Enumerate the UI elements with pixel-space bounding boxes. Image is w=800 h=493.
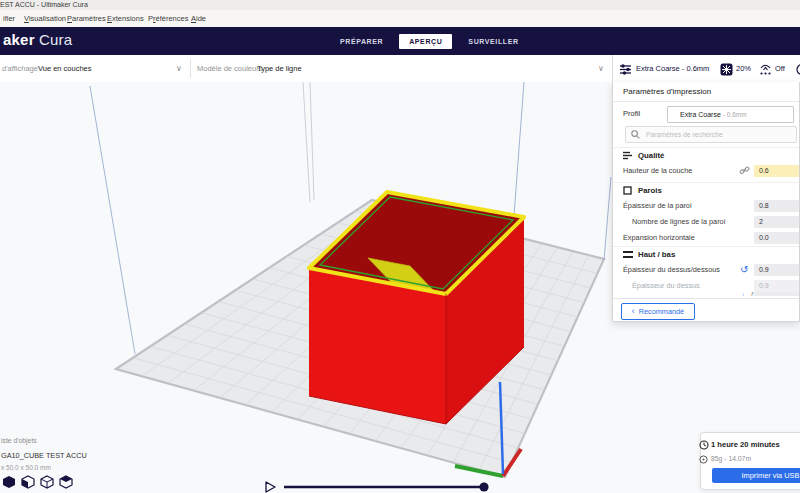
object-list-label[interactable]: iste d'objets (1, 437, 37, 444)
material-spool-icon (699, 455, 708, 465)
menu-bar: ifier Visualisation Paramètres Extension… (0, 10, 800, 28)
section-walls[interactable]: Parois (613, 182, 799, 197)
color-scheme-label: Modèle de couleurs (197, 55, 262, 82)
profile-label: Profil (623, 106, 640, 122)
panel-title: Paramètres d'impression (623, 87, 711, 96)
app-logo: aker Cura (3, 31, 72, 48)
settings-search-input[interactable] (644, 128, 768, 141)
quality-icon (623, 151, 633, 160)
support-icon (759, 55, 772, 83)
display-mode-label: d'affichage (2, 55, 38, 82)
menu-item-extensions[interactable]: Extensions (107, 10, 144, 27)
window-title: EST ACCU - Ultimaker Cura (0, 1, 88, 8)
tab-monitor[interactable]: SURVEILLER (458, 34, 528, 49)
print-via-usb-button[interactable]: Imprimer via USB (712, 468, 800, 483)
play-icon[interactable] (266, 482, 275, 492)
print-setup-summary-bar[interactable]: Extra Coarse - 0.6mm 20% Off (612, 55, 800, 83)
adhesion-icon (795, 55, 800, 83)
divider (613, 298, 799, 299)
view-cube-solid-icon[interactable] (2, 475, 16, 489)
value-wall-line-count[interactable]: 2 (754, 216, 799, 228)
sliders-icon (619, 55, 632, 83)
view-cube-outline-icon[interactable] (40, 475, 54, 489)
profile-dropdown[interactable]: Extra Coarse - 0.6mm (667, 106, 794, 123)
logo-light: Cura (39, 31, 72, 48)
setting-row-wall-line-count: Nombre de lignes de la paroi 2 (613, 215, 799, 229)
menu-item-view[interactable]: Visualisation (24, 10, 66, 27)
back-chevron-icon: ‹ (632, 306, 635, 316)
view-orientation-toolbar (2, 475, 73, 489)
profile-row: Profil Extra Coarse - 0.6mm (613, 106, 799, 122)
toolbar-divider (190, 59, 191, 78)
section-quality[interactable]: Qualité (613, 147, 799, 162)
display-mode-dropdown[interactable]: Vue en couches (38, 55, 92, 82)
menu-item-settings[interactable]: Paramètres (67, 10, 106, 27)
infill-summary: 20% (736, 55, 751, 82)
recommended-mode-button[interactable]: ‹Recommandé (621, 303, 695, 320)
support-summary: Off (775, 55, 785, 82)
down-arrow-icon: ↓ (741, 291, 745, 296)
cura-window: EST ACCU - Ultimaker Cura ifier Visualis… (0, 0, 800, 493)
tab-preview[interactable]: APERÇU (399, 34, 452, 49)
print-job-card: 1 heure 20 minutes 85g - 14.07m Imprimer… (700, 432, 800, 490)
search-icon (631, 130, 640, 139)
chevron-down-icon[interactable]: ∨ (176, 55, 182, 82)
value-horizontal-expansion[interactable]: 0.0 (754, 232, 799, 244)
setting-row-topbottom-thickness: Épaisseur du dessus/dessous ↺ 0.9 (613, 263, 799, 277)
rear-corner-posts (303, 82, 314, 202)
menu-item-preferences[interactable]: Préférences (148, 10, 188, 27)
chevron-down-icon[interactable]: ∨ (598, 55, 604, 82)
window-title-bar: EST ACCU - Ultimaker Cura (0, 0, 800, 10)
print-time: 1 heure 20 minutes (711, 440, 780, 449)
tab-prepare[interactable]: PRÉPARER (330, 34, 393, 49)
formula-icon: f (751, 291, 753, 296)
view-cube-front-icon[interactable] (21, 475, 35, 489)
clipped-value-box (754, 292, 799, 296)
stage-tabs: PRÉPARER APERÇU SURVEILLER (330, 27, 529, 55)
menu-item-edit-partial[interactable]: ifier (3, 10, 15, 27)
value-layer-height[interactable]: 0.6 (754, 165, 799, 177)
main-header: aker Cura PRÉPARER APERÇU SURVEILLER Mar… (0, 27, 800, 55)
material-estimate: 85g - 14.07m (711, 455, 751, 462)
divider (613, 101, 799, 102)
print-settings-panel: Paramètres d'impression Profil Extra Coa… (612, 82, 800, 322)
walls-icon (623, 186, 632, 195)
infill-icon (720, 55, 733, 83)
value-wall-thickness[interactable]: 0.8 (754, 200, 799, 212)
layer-simulation-slider (266, 482, 489, 492)
slider-handle[interactable] (479, 482, 488, 491)
clock-icon (699, 440, 709, 452)
color-scheme-dropdown[interactable]: Type de ligne (257, 55, 302, 82)
value-topbottom-thickness[interactable]: 0.9 (754, 264, 799, 276)
logo-bold: aker (3, 31, 35, 48)
object-list-item-dimensions: x 50.0 x 50.0 mm (1, 464, 51, 471)
setting-row-layer-height: Hauteur de la couche 0.6 (613, 164, 799, 178)
menu-item-help[interactable]: Aide (191, 10, 206, 27)
section-top-bottom[interactable]: Haut / bas (613, 246, 799, 261)
view-cube-top-icon[interactable] (59, 475, 73, 489)
clipped-setting-row: ↓ f (613, 290, 799, 296)
top-bottom-icon (623, 250, 633, 259)
object-list-item-name[interactable]: GA10_CUBE TEST ACCU (1, 451, 87, 460)
setting-row-horizontal-expansion: Expansion horizontale 0.0 (613, 231, 799, 245)
link-icon[interactable] (739, 165, 750, 176)
settings-search[interactable] (625, 126, 797, 143)
revert-icon[interactable]: ↺ (740, 264, 748, 276)
setting-row-wall-thickness: Épaisseur de la paroi 0.8 (613, 199, 799, 213)
profile-summary: Extra Coarse - 0.6mm (636, 55, 709, 82)
